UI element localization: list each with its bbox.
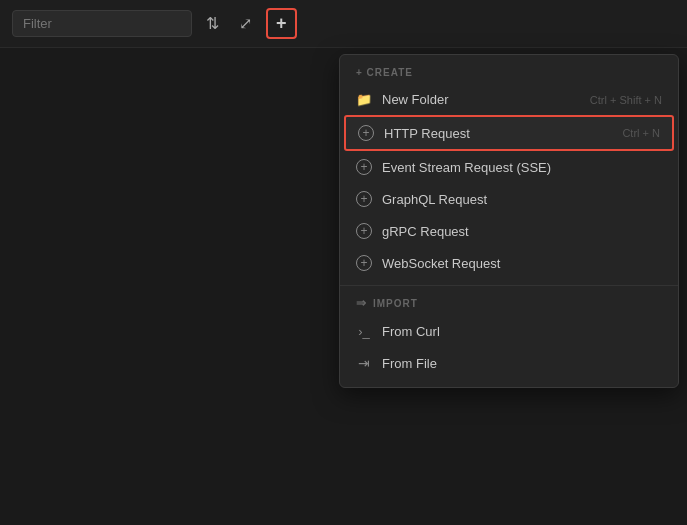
import-icon-label: ⇒ xyxy=(356,296,367,310)
plus-icon: + xyxy=(276,13,287,34)
menu-item-websocket-request[interactable]: + WebSocket Request xyxy=(340,247,678,279)
sse-request-label: Event Stream Request (SSE) xyxy=(382,160,662,175)
folder-icon: 📁 xyxy=(356,92,372,107)
from-file-label: From File xyxy=(382,356,662,371)
from-curl-label: From Curl xyxy=(382,324,662,339)
add-button[interactable]: + xyxy=(266,8,297,39)
file-import-icon: ⇥ xyxy=(356,355,372,371)
import-section-label: ⇒ IMPORT xyxy=(340,292,678,316)
menu-item-from-curl[interactable]: ›_ From Curl xyxy=(340,316,678,347)
filter-input[interactable] xyxy=(12,10,192,37)
menu-item-grpc-request[interactable]: + gRPC Request xyxy=(340,215,678,247)
menu-item-sse-request[interactable]: + Event Stream Request (SSE) xyxy=(340,151,678,183)
sort-button[interactable]: ⇅ xyxy=(200,10,225,37)
new-folder-shortcut: Ctrl + Shift + N xyxy=(590,94,662,106)
plus-circle-icon-http: + xyxy=(358,125,374,141)
graphql-request-label: GraphQL Request xyxy=(382,192,662,207)
http-request-shortcut: Ctrl + N xyxy=(622,127,660,139)
menu-item-from-file[interactable]: ⇥ From File xyxy=(340,347,678,379)
menu-item-new-folder[interactable]: 📁 New Folder Ctrl + Shift + N xyxy=(340,84,678,115)
dropdown-menu: + CREATE 📁 New Folder Ctrl + Shift + N +… xyxy=(339,54,679,388)
grpc-request-label: gRPC Request xyxy=(382,224,662,239)
menu-divider xyxy=(340,285,678,286)
plus-circle-icon-websocket: + xyxy=(356,255,372,271)
plus-circle-icon-sse: + xyxy=(356,159,372,175)
sort-icon: ⇅ xyxy=(206,14,219,33)
menu-item-http-request[interactable]: + HTTP Request Ctrl + N xyxy=(344,115,674,151)
plus-circle-icon-graphql: + xyxy=(356,191,372,207)
app-container: ⇅ ⤢ + + CREATE 📁 New Folder Ctrl + Shift… xyxy=(0,0,687,525)
plus-circle-icon-grpc: + xyxy=(356,223,372,239)
toolbar: ⇅ ⤢ + xyxy=(0,0,687,48)
expand-icon: ⤢ xyxy=(239,14,252,33)
websocket-request-label: WebSocket Request xyxy=(382,256,662,271)
http-request-label: HTTP Request xyxy=(384,126,612,141)
menu-item-graphql-request[interactable]: + GraphQL Request xyxy=(340,183,678,215)
create-section-label: + CREATE xyxy=(340,63,678,84)
terminal-icon: ›_ xyxy=(356,324,372,339)
new-folder-label: New Folder xyxy=(382,92,580,107)
expand-button[interactable]: ⤢ xyxy=(233,10,258,37)
